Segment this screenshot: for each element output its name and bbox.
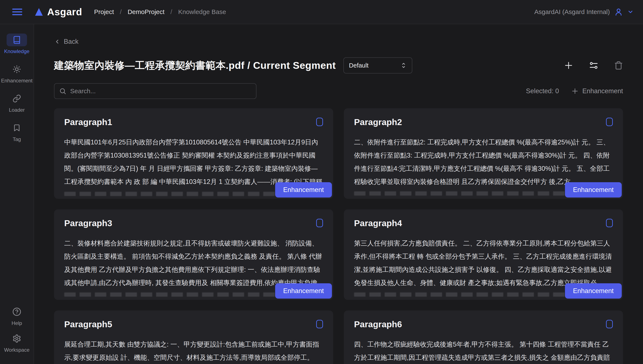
link-icon xyxy=(7,92,27,105)
card-checkbox[interactable] xyxy=(316,219,323,227)
page-title: 建築物室內裝修—工程承攬契約書範本.pdf / Current Segment xyxy=(54,59,336,72)
trash-icon xyxy=(614,61,623,70)
card-checkbox[interactable] xyxy=(606,320,613,328)
card-title: Paragraph1 xyxy=(64,117,112,127)
card-title: Paragraph5 xyxy=(64,320,112,330)
card-text: 二、裝修材料應合於建築技術規則之規定,且不得妨害或破壞防火避難設施、 消防設備、… xyxy=(64,237,323,290)
logo-triangle-icon xyxy=(35,8,43,16)
paragraph-card: Paragraph4 第三人任何損害,乙方應負賠償責任。 二、乙方得依專業分工原… xyxy=(344,210,623,300)
sidebar-item-tag[interactable]: Tag xyxy=(7,122,27,142)
card-enhancement-button[interactable]: Enhancement xyxy=(565,283,622,298)
account-label: AsgardAI (Asgard Internal) xyxy=(534,8,610,16)
paragraph-card: Paragraph2 二、依附件進行至節點2: 工程完成時,甲方支付工程總價 %… xyxy=(344,108,623,199)
settings-sliders-button[interactable] xyxy=(589,61,598,70)
logo-text: Asgard xyxy=(47,6,82,18)
paragraph-card: Paragraph6 四、工作物之瑕疵經驗收完成後逾5年者,甲方不得主張。 第十… xyxy=(344,310,623,364)
breadcrumb-current: Knowledge Base xyxy=(178,8,226,16)
chevron-left-icon xyxy=(54,38,60,45)
breadcrumb-project[interactable]: Project xyxy=(94,8,114,16)
search-input[interactable] xyxy=(70,88,251,95)
paragraph-card: Paragraph5 展延合理工期,其天數 由雙方協議之: 一、甲方變更設計:包… xyxy=(54,310,333,364)
card-text: 二、依附件進行至節點2: 工程完成時,甲方支付工程總價 %(最高不得逾25%)計… xyxy=(354,136,613,188)
card-head: Paragraph1 xyxy=(64,117,323,127)
search-actions: Selected: 0 Enhancement xyxy=(526,87,623,95)
book-icon xyxy=(7,34,27,46)
card-checkbox[interactable] xyxy=(606,118,613,126)
back-label: Back xyxy=(64,38,78,46)
add-enhancement-label: Enhancement xyxy=(582,87,623,95)
card-text: 四、工作物之瑕疵經驗收完成後逾5年者,甲方不得主張。 第十四條 工程管理不當責任… xyxy=(354,338,613,364)
search-box xyxy=(54,83,257,99)
segment-select[interactable]: Default xyxy=(343,57,412,74)
card-title: Paragraph2 xyxy=(354,117,402,127)
top-header: Asgard Project / DemoProject / Knowledge… xyxy=(0,0,643,24)
sidebar-item-enhancement[interactable]: Enhancement xyxy=(1,63,33,84)
main-content: Back 建築物室內裝修—工程承攬契約書範本.pdf / Current Seg… xyxy=(34,24,643,364)
card-title: Paragraph4 xyxy=(354,218,402,228)
plus-icon xyxy=(564,61,573,70)
sidebar-label-loader: Loader xyxy=(9,107,25,113)
card-enhancement-button[interactable]: Enhancement xyxy=(275,182,332,198)
add-segment-button[interactable] xyxy=(564,61,573,70)
account-menu[interactable]: AsgardAI (Asgard Internal) xyxy=(534,8,634,16)
breadcrumb: Project / DemoProject / Knowledge Base xyxy=(94,8,226,16)
plus-icon xyxy=(571,88,579,95)
sidebar-item-help[interactable]: Help xyxy=(7,306,27,326)
breadcrumb-separator: / xyxy=(170,8,172,16)
sidebar-item-loader[interactable]: Loader xyxy=(7,92,27,113)
card-head: Paragraph3 xyxy=(64,218,323,228)
search-row: Selected: 0 Enhancement xyxy=(54,83,623,99)
sidebar-label-enhancement: Enhancement xyxy=(1,78,33,84)
selected-count: Selected: 0 xyxy=(526,87,559,95)
delete-button[interactable] xyxy=(614,61,623,70)
add-enhancement-button[interactable]: Enhancement xyxy=(571,87,623,95)
sun-icon xyxy=(7,63,27,76)
card-checkbox[interactable] xyxy=(606,219,613,227)
cards-grid: Paragraph1 中華民國101年6月25日內政部台內營字第10108056… xyxy=(54,108,623,364)
card-head: Paragraph4 xyxy=(354,218,613,228)
breadcrumb-separator: / xyxy=(120,8,122,16)
breadcrumb-demoproject[interactable]: DemoProject xyxy=(128,8,164,16)
card-head: Paragraph2 xyxy=(354,117,613,127)
card-checkbox[interactable] xyxy=(316,118,323,126)
segment-select-value: Default xyxy=(349,62,368,69)
paragraph-card: Paragraph3 二、裝修材料應合於建築技術規則之規定,且不得妨害或破壞防火… xyxy=(54,210,333,300)
title-actions xyxy=(564,61,623,70)
sidebar-label-help: Help xyxy=(12,320,22,326)
sidebar-label-knowledge: Knowledge xyxy=(4,48,30,54)
card-enhancement-button[interactable]: Enhancement xyxy=(565,182,622,198)
card-checkbox[interactable] xyxy=(316,320,323,328)
card-head: Paragraph5 xyxy=(64,320,323,330)
card-title: Paragraph6 xyxy=(354,320,402,330)
sidebar-bottom: Help Workspace xyxy=(4,306,30,353)
sidebar-label-tag: Tag xyxy=(13,136,21,142)
search-icon xyxy=(59,88,66,95)
bookmark-icon xyxy=(7,122,27,134)
select-chevrons-icon xyxy=(400,62,407,69)
hamburger-menu-icon[interactable] xyxy=(12,8,23,16)
card-enhancement-button[interactable]: Enhancement xyxy=(275,283,332,298)
sidebar-label-workspace: Workspace xyxy=(4,347,30,353)
sidebar: Knowledge Enhancement Loader Tag xyxy=(0,24,34,364)
back-button[interactable]: Back xyxy=(54,38,78,46)
card-text: 中華民國101年6月25日內政部台內營字第1010805614號公告 中華民國1… xyxy=(64,136,323,189)
paragraph-card: Paragraph1 中華民國101年6月25日內政部台內營字第10108056… xyxy=(54,108,333,199)
card-text: 展延合理工期,其天數 由雙方協議之: 一、甲方變更設計:包含施工前或施工中,甲方… xyxy=(64,338,323,364)
asgard-logo[interactable]: Asgard xyxy=(35,6,82,18)
sidebar-item-workspace[interactable]: Workspace xyxy=(4,332,30,353)
card-title: Paragraph3 xyxy=(64,218,112,228)
sidebar-item-knowledge[interactable]: Knowledge xyxy=(4,34,30,54)
card-head: Paragraph6 xyxy=(354,320,613,330)
card-text: 第三人任何損害,乙方應負賠償責任。 二、乙方得依專業分工原則,將本工程分包給第三… xyxy=(354,237,613,290)
sliders-icon xyxy=(589,61,598,70)
title-row: 建築物室內裝修—工程承攬契約書範本.pdf / Current Segment … xyxy=(54,57,623,74)
user-icon xyxy=(614,8,623,16)
gear-icon xyxy=(7,332,27,345)
help-circle-icon xyxy=(7,306,27,318)
chevron-down-icon xyxy=(627,9,634,15)
